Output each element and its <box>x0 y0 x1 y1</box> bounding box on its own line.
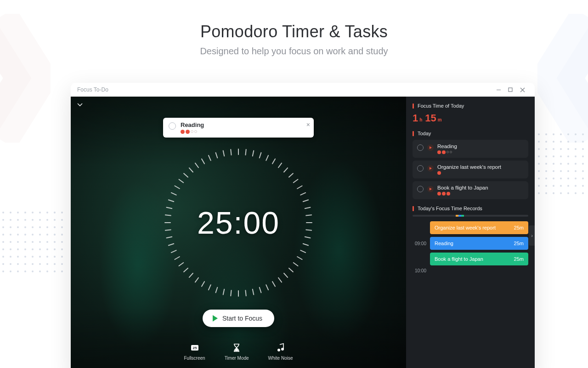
current-task-pomodoros <box>181 130 204 134</box>
svg-line-62 <box>223 150 224 156</box>
record-row: Book a flight to Japan25m <box>413 253 528 265</box>
timer-mode-button[interactable]: Timer Mode <box>225 343 249 361</box>
fullscreen-button[interactable]: 25 Fullscreen <box>184 343 205 361</box>
white-noise-button[interactable]: White Noise <box>268 343 293 361</box>
timer-dial: 25:00 <box>163 147 314 299</box>
svg-line-46 <box>169 244 174 246</box>
sidebar: › Focus Time of Today 1h 15m Today Readi… <box>406 97 535 368</box>
task-pomodoros <box>437 150 524 154</box>
svg-line-53 <box>171 193 176 195</box>
svg-line-39 <box>202 282 204 286</box>
window-minimize-button[interactable] <box>492 84 504 96</box>
svg-line-9 <box>272 159 275 163</box>
window-close-button[interactable] <box>516 84 528 96</box>
svg-line-60 <box>209 155 211 161</box>
record-label: Book a flight to Japan <box>435 256 483 262</box>
task-play-button[interactable] <box>427 186 434 192</box>
svg-line-6 <box>253 150 254 156</box>
start-focus-button[interactable]: Start to Focus <box>203 310 274 327</box>
task-row[interactable]: Book a flight to Japan <box>413 181 528 199</box>
svg-line-47 <box>166 237 172 238</box>
record-row: Organize last week's report25m <box>413 221 528 234</box>
window-titlebar[interactable]: Focus To-Do <box>71 83 535 97</box>
svg-line-51 <box>166 207 172 208</box>
svg-line-7 <box>260 153 261 158</box>
svg-line-40 <box>195 278 198 282</box>
record-duration: 25m <box>514 241 524 246</box>
task-row[interactable]: Organize last week's report <box>413 161 528 178</box>
svg-line-5 <box>245 150 246 155</box>
hourglass-icon <box>232 343 242 353</box>
record-row: 09:00Reading25m <box>413 237 528 250</box>
svg-line-41 <box>189 273 193 277</box>
task-row[interactable]: Reading <box>413 140 528 158</box>
decorative-chevron-right <box>537 14 588 143</box>
fullscreen-icon: 25 <box>190 343 200 353</box>
white-noise-label: White Noise <box>268 356 293 361</box>
window-maximize-button[interactable] <box>504 84 516 96</box>
svg-line-52 <box>169 200 174 202</box>
svg-line-36 <box>223 289 224 295</box>
task-checkbox[interactable] <box>169 122 176 130</box>
svg-line-32 <box>253 289 254 295</box>
svg-line-58 <box>195 163 198 168</box>
menu-caret-icon[interactable] <box>76 101 84 110</box>
svg-line-26 <box>289 268 293 272</box>
svg-line-43 <box>179 263 184 266</box>
focus-time-section: Focus Time of Today 1h 15m <box>413 103 528 124</box>
focus-time-value: 1h 15m <box>413 112 528 124</box>
decorative-chevron-left <box>0 14 51 143</box>
svg-rect-1 <box>509 88 512 92</box>
records-heading: Today's Focus Time Records <box>413 206 528 211</box>
task-play-button[interactable] <box>427 165 434 172</box>
today-tasks-section: Today ReadingOrganize last week's report… <box>413 131 528 199</box>
start-focus-label: Start to Focus <box>222 315 262 322</box>
svg-line-48 <box>165 230 171 230</box>
svg-line-50 <box>165 215 171 215</box>
svg-line-35 <box>231 290 231 296</box>
record-block[interactable]: Reading25m <box>430 237 528 250</box>
svg-line-13 <box>294 179 298 183</box>
task-pomodoros <box>437 192 524 196</box>
svg-line-45 <box>171 250 176 253</box>
today-heading: Today <box>413 131 528 136</box>
task-play-button[interactable] <box>427 144 434 151</box>
svg-line-11 <box>284 168 288 172</box>
music-note-icon <box>276 343 286 353</box>
svg-line-18 <box>306 215 311 215</box>
decorative-dots-bl <box>2 212 67 276</box>
svg-line-22 <box>303 244 308 246</box>
task-name: Organize last week's report <box>437 164 524 170</box>
record-block[interactable]: Book a flight to Japan25m <box>430 253 528 265</box>
svg-line-10 <box>278 163 282 168</box>
record-duration: 25m <box>514 256 524 262</box>
svg-line-30 <box>266 285 268 290</box>
current-task-card[interactable]: Reading × <box>163 118 314 138</box>
task-checkbox[interactable] <box>417 186 424 192</box>
task-checkbox[interactable] <box>417 144 424 151</box>
sidebar-expand-button[interactable]: › <box>529 225 535 246</box>
play-icon <box>213 315 218 322</box>
svg-line-21 <box>305 237 311 238</box>
svg-line-14 <box>297 186 302 189</box>
current-task-title: Reading <box>181 121 204 128</box>
task-name: Book a flight to Japan <box>437 185 524 190</box>
hero-subtitle: Designed to help you focus on work and s… <box>0 46 588 57</box>
svg-line-23 <box>300 250 305 253</box>
record-block[interactable]: Organize last week's report25m <box>430 221 528 234</box>
records-section: Today's Focus Time Records Organize last… <box>413 206 528 276</box>
timer-pane: Reading × 25:00 Start to Focus 25 Fullsc… <box>71 97 406 368</box>
task-pomodoros <box>437 171 524 175</box>
task-checkbox[interactable] <box>417 165 424 172</box>
record-row: 10:00 <box>413 268 528 273</box>
hero-title: Pomodoro Timer & Tasks <box>0 22 588 41</box>
close-icon[interactable]: × <box>306 121 310 128</box>
svg-line-38 <box>209 285 211 290</box>
svg-point-66 <box>277 349 280 351</box>
record-label: Reading <box>435 241 453 246</box>
timer-mode-label: Timer Mode <box>225 356 249 361</box>
svg-line-28 <box>278 278 282 282</box>
svg-point-67 <box>281 348 284 351</box>
app-window: Focus To-Do Reading × 25:00 <box>71 83 535 368</box>
svg-line-63 <box>231 150 231 155</box>
